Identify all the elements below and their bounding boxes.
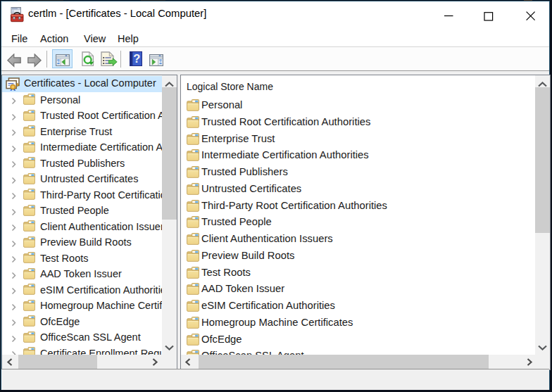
svg-text:?: ?	[133, 52, 140, 65]
